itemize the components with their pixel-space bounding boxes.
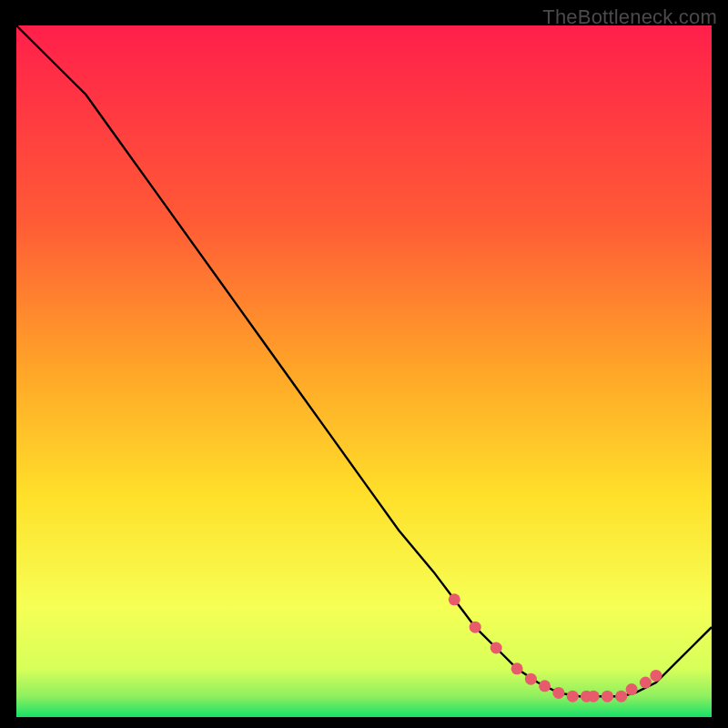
- marker-point: [490, 642, 502, 654]
- marker-point: [640, 677, 652, 689]
- marker-point: [525, 673, 537, 685]
- marker-point: [449, 593, 460, 605]
- gradient-background: [16, 25, 712, 717]
- chart-frame: TheBottleneck.com: [0, 0, 728, 728]
- plot-area: [16, 25, 712, 717]
- marker-point: [626, 683, 638, 695]
- marker-point: [588, 691, 600, 703]
- marker-point: [552, 687, 564, 699]
- marker-point: [650, 670, 662, 682]
- marker-point: [511, 662, 523, 674]
- marker-point: [470, 622, 481, 633]
- marker-point: [615, 691, 627, 703]
- marker-point: [567, 691, 579, 703]
- marker-point: [602, 691, 613, 703]
- watermark-text: TheBottleneck.com: [542, 5, 717, 29]
- marker-point: [539, 680, 551, 692]
- chart-svg: [16, 25, 712, 717]
